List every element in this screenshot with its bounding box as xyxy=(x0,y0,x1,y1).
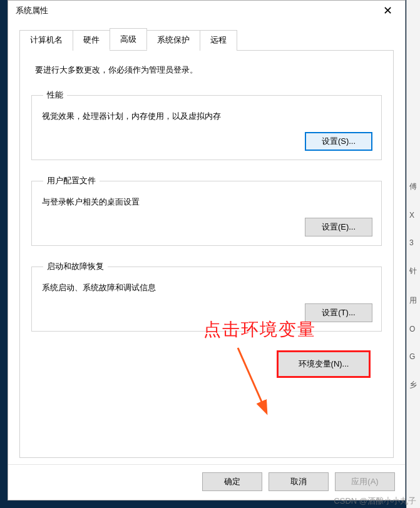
watermark: CSDN @酒酿小小丸子 xyxy=(334,495,416,507)
tab-strip: 计算机名 硬件 高级 系统保护 远程 xyxy=(19,29,394,51)
dialog-body: 计算机名 硬件 高级 系统保护 远程 要进行大多数更改，你必须作为管理员登录。 … xyxy=(8,21,405,464)
performance-desc: 视觉效果，处理器计划，内存使用，以及虚拟内存 xyxy=(42,111,372,122)
apply-button[interactable]: 应用(A) xyxy=(335,472,395,491)
performance-legend: 性能 xyxy=(43,89,67,101)
environment-variables-button[interactable]: 环境变量(N)... xyxy=(277,350,371,378)
system-properties-dialog: 系统属性 ✕ 计算机名 硬件 高级 系统保护 远程 要进行大多数更改，你必须作为… xyxy=(8,0,406,500)
close-button[interactable]: ✕ xyxy=(375,2,400,19)
startup-recovery-group: 启动和故障恢复 系统启动、系统故障和调试信息 设置(T)... xyxy=(31,261,382,332)
tab-advanced[interactable]: 高级 xyxy=(110,28,147,50)
window-title: 系统属性 xyxy=(13,5,375,16)
dialog-footer: 确定 取消 应用(A) xyxy=(8,464,405,500)
startup-recovery-legend: 启动和故障恢复 xyxy=(43,261,108,272)
admin-notice: 要进行大多数更改，你必须作为管理员登录。 xyxy=(35,64,382,76)
user-profiles-legend: 用户配置文件 xyxy=(43,175,100,186)
performance-settings-button[interactable]: 设置(S)... xyxy=(305,132,372,151)
close-icon: ✕ xyxy=(383,4,392,18)
tab-remote[interactable]: 远程 xyxy=(200,30,237,51)
ok-button[interactable]: 确定 xyxy=(202,472,262,491)
tab-system-protection[interactable]: 系统保护 xyxy=(146,30,200,51)
background-fragment: 傅 X 3 针 用 O G 乡 xyxy=(406,0,420,508)
titlebar: 系统属性 ✕ xyxy=(8,1,405,21)
user-profiles-settings-button[interactable]: 设置(E)... xyxy=(305,218,372,236)
tab-computer-name[interactable]: 计算机名 xyxy=(19,30,73,51)
startup-recovery-settings-button[interactable]: 设置(T)... xyxy=(305,303,372,322)
user-profiles-group: 用户配置文件 与登录帐户相关的桌面设置 设置(E)... xyxy=(31,175,382,246)
performance-group: 性能 视觉效果，处理器计划，内存使用，以及虚拟内存 设置(S)... xyxy=(31,89,382,160)
tab-panel-advanced: 要进行大多数更改，你必须作为管理员登录。 性能 视觉效果，处理器计划，内存使用，… xyxy=(19,51,394,458)
startup-recovery-desc: 系统启动、系统故障和调试信息 xyxy=(42,282,372,293)
tab-hardware[interactable]: 硬件 xyxy=(73,30,110,51)
user-profiles-desc: 与登录帐户相关的桌面设置 xyxy=(42,196,372,208)
env-var-row: 环境变量(N)... xyxy=(31,350,371,378)
cancel-button[interactable]: 取消 xyxy=(269,472,329,491)
